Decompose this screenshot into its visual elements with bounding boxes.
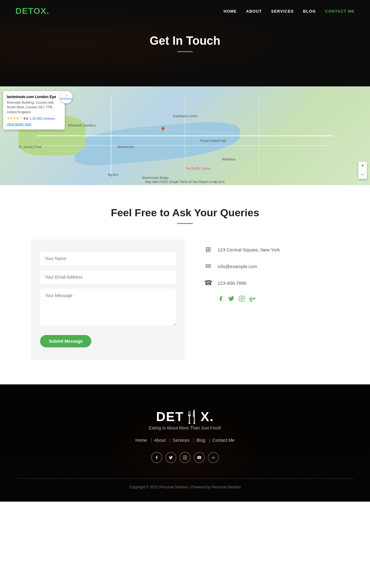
svg-point-19: [184, 457, 186, 458]
nav-link-home[interactable]: HOME: [224, 9, 237, 14]
nav-item-contact[interactable]: CONTACT ME: [325, 8, 355, 14]
footer-nav-home[interactable]: Home: [135, 438, 154, 443]
email-input[interactable]: [40, 270, 176, 284]
address-icon: ⊞: [204, 246, 213, 254]
svg-point-16: [241, 298, 243, 300]
svg-text:Southbank Centre: Southbank Centre: [173, 114, 198, 118]
map-placeholder[interactable]: Whitehall Gardens Westminster Southbank …: [0, 86, 370, 185]
address-info: ⊞ 123 Central Square, New York: [204, 246, 339, 254]
map-section: Whitehall Gardens Westminster Southbank …: [0, 86, 370, 185]
logo-text: DETOX.: [15, 6, 49, 16]
navbar: DETOX. HOME ABOUT SERVICES BLOG CONTACT …: [0, 0, 370, 22]
map-address: Riverside Building, County Hall, South B…: [7, 100, 61, 114]
message-input[interactable]: [40, 289, 176, 326]
instagram-icon[interactable]: [239, 296, 245, 303]
name-field-group: [40, 252, 176, 265]
footer-twitter-button[interactable]: [165, 452, 176, 463]
contact-section-title: Feel Free to Ask Your Queries: [15, 207, 355, 219]
footer-nav-services[interactable]: Services: [173, 438, 196, 443]
nav-item-blog[interactable]: BLOG: [303, 8, 316, 14]
svg-rect-15: [239, 296, 245, 301]
hero-underline: [177, 51, 193, 52]
zoom-out-button[interactable]: −: [358, 170, 367, 179]
footer-nav-about[interactable]: About: [154, 438, 173, 443]
directions-icon: ↗: [65, 94, 68, 97]
footer-copyright: Copyright © 2021 Personal Dietitian | Po…: [15, 478, 355, 489]
view-larger-link[interactable]: View larger map: [7, 122, 61, 126]
map-water-body: [73, 119, 242, 168]
address-text: 123 Central Square, New York: [218, 247, 280, 252]
phone-info: ☎ 123-456-7890: [204, 279, 339, 287]
email-text: info@example.com: [218, 264, 257, 269]
directions-label: Directions: [60, 97, 72, 100]
map-attribution: Map data ©2021 Google Terms of Use Repor…: [145, 180, 225, 184]
map-pin: 📍: [159, 126, 167, 134]
social-icons: g+: [204, 296, 339, 303]
email-info: ✉ info@example.com: [204, 262, 339, 270]
nav-link-services[interactable]: SERVICES: [271, 9, 294, 14]
svg-point-20: [186, 456, 186, 457]
footer-logo-text: DET: [156, 409, 184, 424]
svg-text:Waterloo: Waterloo: [222, 157, 236, 161]
twitter-icon[interactable]: [228, 296, 234, 303]
svg-rect-18: [183, 456, 187, 459]
hero-title: Get In Touch: [150, 34, 220, 48]
submit-button[interactable]: Submit Message: [40, 335, 91, 347]
footer-tagline: Eating Is About More Than Just Food!: [15, 425, 355, 430]
review-count: 1,25,953 reviews: [29, 117, 55, 120]
svg-text:Westminster Bridge: Westminster Bridge: [142, 176, 169, 180]
nav-item-about[interactable]: ABOUT: [246, 8, 262, 14]
nav-item-home[interactable]: HOME: [224, 8, 237, 14]
map-rating: ★★★★☆ 4.5 1,25,953 reviews: [7, 116, 61, 120]
contact-section: Feel Free to Ask Your Queries Submit Mes…: [0, 185, 370, 384]
footer-instagram-button[interactable]: [179, 452, 191, 463]
nav-links: HOME ABOUT SERVICES BLOG CONTACT ME: [224, 8, 355, 14]
footer-yt-button[interactable]: [194, 452, 205, 463]
directions-button[interactable]: ↗ Directions: [60, 91, 72, 103]
rating-value: 4.5: [23, 117, 28, 120]
footer-vk-button[interactable]: vk: [208, 452, 219, 463]
footer: DET🍴X. Eating Is About More Than Just Fo…: [0, 384, 370, 502]
footer-nav: Home About Services Blog Contact Me: [15, 438, 355, 443]
footer-content: DET🍴X. Eating Is About More Than Just Fo…: [15, 409, 355, 489]
zoom-in-button[interactable]: +: [358, 162, 367, 170]
map-info-card: lastminute.com London Eye Riverside Buil…: [3, 91, 65, 130]
footer-logo-fork-icon: 🍴: [184, 409, 200, 424]
nav-link-about[interactable]: ABOUT: [246, 9, 262, 14]
googleplus-icon[interactable]: g+: [249, 296, 256, 303]
footer-logo: DET🍴X.: [15, 409, 355, 424]
svg-text:The Graffiti Tunnel: The Graffiti Tunnel: [185, 167, 210, 170]
svg-point-17: [243, 297, 244, 298]
business-name: lastminute.com London Eye: [7, 95, 61, 99]
footer-socials: vk: [15, 452, 355, 463]
email-icon: ✉: [204, 262, 213, 270]
contact-content: Submit Message ⊞ 123 Central Square, New…: [31, 239, 339, 360]
facebook-icon[interactable]: [218, 296, 224, 303]
navbar-logo: DETOX.: [15, 6, 49, 16]
rating-stars: ★★★★☆: [7, 116, 22, 120]
name-input[interactable]: [40, 252, 176, 265]
footer-facebook-button[interactable]: [151, 452, 162, 463]
phone-text: 123-456-7890: [218, 280, 246, 286]
nav-link-contact[interactable]: CONTACT ME: [325, 9, 355, 14]
footer-nav-contact[interactable]: Contact Me: [212, 438, 235, 443]
message-field-group: [40, 289, 176, 327]
nav-item-services[interactable]: SERVICES: [271, 8, 294, 14]
footer-logo-text2: X.: [200, 409, 214, 424]
svg-text:Big Ben: Big Ben: [108, 173, 119, 176]
email-field-group: [40, 270, 176, 284]
phone-icon: ☎: [204, 279, 213, 287]
footer-nav-blog[interactable]: Blog: [197, 438, 213, 443]
contact-underline: [177, 223, 193, 224]
contact-info: ⊞ 123 Central Square, New York ✉ info@ex…: [204, 239, 339, 303]
contact-form-wrapper: Submit Message: [31, 239, 185, 360]
nav-link-blog[interactable]: BLOG: [303, 9, 316, 14]
map-zoom-controls: + −: [358, 162, 367, 179]
